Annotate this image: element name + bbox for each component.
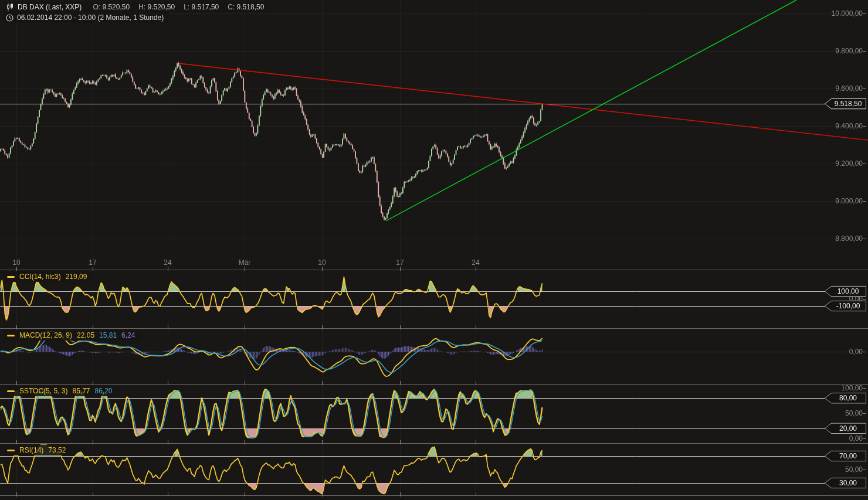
macd-signal-value: 15,81	[99, 331, 117, 339]
date-axis-label: Mär	[239, 258, 251, 267]
indicator-label-rsi[interactable]: RSI(14) 73,52	[4, 445, 72, 455]
close-value: C: 9.518,50	[228, 3, 264, 11]
chart-canvas[interactable]	[0, 0, 868, 500]
indicator-dash-icon	[7, 276, 15, 278]
clock-icon	[6, 14, 13, 22]
level-badge-sstoc: 80,00	[825, 393, 866, 404]
price-axis-label: 50,00	[845, 465, 863, 474]
sstoc-k-value: 85,77	[72, 387, 90, 395]
date-axis-label: 24	[472, 258, 479, 267]
indicator-dash-icon	[7, 450, 15, 451]
price-axis-label: 100,00	[841, 384, 863, 392]
price-axis-label: 0,00	[849, 434, 863, 443]
indicator-label-sstoc[interactable]: SSTOC(5, 5, 3) 85,77 86,20	[4, 386, 118, 396]
indicator-dash-icon	[7, 390, 15, 392]
chart-app: DB DAX (Last, XXP) O: 9.520,50 H: 9.520,…	[0, 0, 868, 500]
timeframe-label: 06.02.2014 22:00 - 10:00 (2 Monate, 1 St…	[17, 13, 164, 22]
level-badge-cci: 100,00	[825, 286, 866, 297]
open-value: O: 9.520,50	[93, 3, 130, 11]
price-axis-label: 10.000,00	[832, 9, 863, 18]
sstoc-label: SSTOC(5, 5, 3)	[19, 387, 67, 395]
cci-label: CCI(14, hlc3)	[19, 273, 61, 281]
rsi-label: RSI(14)	[19, 446, 43, 454]
symbol-title: DB DAX (Last, XXP)	[18, 3, 82, 11]
level-badge-rsi: 30,00	[825, 478, 866, 489]
current-price-badge: 9.518,50	[825, 98, 866, 110]
price-axis-label: 9.800,00	[835, 47, 863, 55]
sstoc-d-value: 86,20	[95, 387, 113, 395]
price-axis-label: 9.200,00	[835, 159, 863, 168]
rsi-value: 73,52	[48, 446, 66, 454]
macd-label: MACD(12, 26, 9)	[19, 331, 72, 339]
price-axis-label: 0,00	[849, 348, 863, 356]
price-axis-label: 9.400,00	[835, 122, 863, 130]
price-axis-label: 8.800,00	[835, 234, 863, 243]
macd-hist-value: 6,24	[121, 331, 135, 339]
date-axis-label: 17	[89, 258, 96, 267]
level-badge-cci: -100,00	[825, 301, 866, 312]
cci-value: 219,09	[66, 273, 87, 281]
date-axis-label: 17	[396, 258, 404, 267]
indicator-label-macd[interactable]: MACD(12, 26, 9) 22,05 15,81 6,24	[4, 330, 141, 341]
price-axis-label: 50,00	[845, 409, 863, 417]
symbol-row[interactable]: DB DAX (Last, XXP) O: 9.520,50 H: 9.520,…	[3, 2, 269, 12]
indicator-dash-icon	[7, 335, 15, 336]
date-axis-label: 10	[318, 258, 326, 267]
level-badge-rsi: 70,00	[825, 451, 866, 462]
candlestick-icon	[6, 3, 14, 11]
date-axis-label: 24	[164, 258, 171, 267]
indicator-label-cci[interactable]: CCI(14, hlc3) 219,09	[4, 271, 93, 282]
level-badge-sstoc: 20,00	[825, 423, 866, 434]
low-value: L: 9.517,50	[184, 3, 219, 11]
timeframe-row[interactable]: 06.02.2014 22:00 - 10:00 (2 Monate, 1 St…	[3, 12, 169, 23]
high-value: H: 9.520,50	[138, 3, 175, 11]
macd-value: 22,05	[77, 331, 94, 339]
price-axis-label: 9.600,00	[835, 84, 863, 93]
date-axis-label: 10	[12, 258, 20, 267]
price-axis-label: 9.000,00	[835, 197, 863, 205]
